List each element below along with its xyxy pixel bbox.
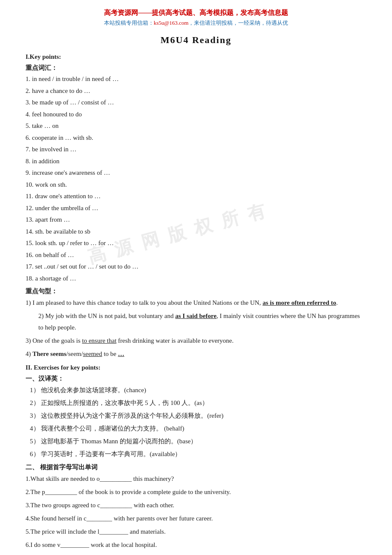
section2-title: II. Exercises for key points: — [26, 364, 366, 371]
pattern-4-num: 4) — [26, 350, 32, 357]
section1-title: I.Key points: — [26, 53, 366, 61]
pattern-3-highlight: to ensure that — [82, 337, 116, 344]
fill-list: 1.What skills are needed to o__________ … — [26, 473, 366, 551]
vocab-list: 1. in need / in trouble / in need of …2.… — [26, 74, 366, 284]
page-title: M6U4 Reading — [26, 35, 366, 46]
vocab-item: 14. sth. be available to sb — [26, 226, 366, 237]
vocab-item: 3. be made up of … / consist of … — [26, 97, 366, 108]
fill-item: 5.The price will include the l_________ … — [26, 526, 366, 538]
vocab-item: 13. apart from … — [26, 214, 366, 225]
pattern-4-dots: … — [118, 350, 124, 357]
pattern-1-before: I am pleased to have this chance today t… — [32, 299, 262, 306]
header-main: 高考资源网——提供高考试题、高考模拟题，发布高考信息题 — [26, 9, 366, 17]
pattern-2-before: My job with the UN is not paid, but volu… — [45, 312, 175, 319]
chinese-item: 4） 我谨代表整个公司，感谢诸位的大力支持。 (behalf) — [30, 423, 366, 434]
pattern-1-after: . — [336, 299, 338, 306]
vocab-item: 4. feel honoured to do — [26, 109, 366, 120]
fill-section-title: 二、 根据首字母写出单词 — [26, 463, 366, 471]
vocab-item: 2. have a chance to do … — [26, 86, 366, 97]
fill-item: 2.The p__________ of the book is to prov… — [26, 486, 366, 498]
vocab-item: 16. on behalf of … — [26, 250, 366, 261]
fill-item: 4.She found herself in c________ with he… — [26, 513, 366, 524]
pattern-4-seemed: seemed — [83, 350, 102, 357]
pattern-4-there-seems: There seems — [32, 350, 66, 357]
pattern-4-slash: /seem/ — [66, 350, 83, 357]
fill-item: 1.What skills are needed to o__________ … — [26, 473, 366, 485]
pattern-2-highlight: as I said before — [175, 312, 216, 319]
pattern-4-after: to be — [102, 350, 118, 357]
pattern-1-highlight: as is more often referred to — [262, 299, 336, 306]
vocab-item: 7. be involved in … — [26, 144, 366, 155]
chinese-item: 6） 学习英语时，手边要有一本字典可用。(available） — [30, 448, 366, 460]
pattern-1-num: 1) — [26, 299, 32, 306]
chinese-list: 1） 他没机会来参加这场篮球赛。(chance)2） 正如报纸上所报道的，这次事… — [30, 384, 366, 460]
vocab-item: 6. cooperate in … with sb. — [26, 133, 366, 144]
pattern-list: 1) I am pleased to have this chance toda… — [26, 297, 366, 360]
vocab-item: 9. increase one's awareness of … — [26, 168, 366, 179]
chinese-item: 5） 这部电影基于 Thomas Mann 的短篇小说而拍的。(base） — [30, 436, 366, 447]
pattern-2-num: 2) — [38, 312, 45, 319]
vocab-item: 15. look sth. up / refer to … for … — [26, 238, 366, 249]
fill-item: 3.The two groups agreed to c__________ w… — [26, 500, 366, 511]
pattern-2: 2) My job with the UN is not paid, but v… — [26, 310, 366, 333]
header-sub-prefix: 本站投稿专用信箱： — [104, 20, 154, 26]
pattern-3-before: One of the goals is — [32, 337, 82, 344]
vocab-item: 18. a shortage of … — [26, 273, 366, 284]
pattern-title: 重点句型： — [26, 287, 366, 295]
vocab-item: 10. work on sth. — [26, 179, 366, 191]
header-sub: 本站投稿专用信箱：ks5u@163.com，来信请注明投稿，一经采纳，待遇从优 — [26, 19, 366, 27]
header-email: ks5u@163.com — [154, 20, 189, 26]
chinese-item: 2） 正如报纸上所报道的，这次事故中死 5 人，伤 100 人。(as） — [30, 397, 366, 409]
pattern-3: 3) One of the goals is to ensure that fr… — [26, 335, 366, 347]
chinese-item: 1） 他没机会来参加这场篮球赛。(chance) — [30, 384, 366, 396]
vocab-item: 8. in addition — [26, 156, 366, 167]
pattern-3-num: 3) — [26, 337, 32, 344]
fill-item: 6.I do some v_________ work at the local… — [26, 539, 366, 551]
vocab-item: 1. in need / in trouble / in need of … — [26, 74, 366, 85]
pattern-4: 4) There seems/seem/seemed to be … — [26, 348, 366, 360]
chinese-title: 一、汉译英： — [26, 375, 366, 383]
vocab-item: 17. set ..out / set out for … / set out … — [26, 261, 366, 272]
vocab-item: 11. draw one's attention to … — [26, 191, 366, 202]
header-sub-suffix: ，来信请注明投稿，一经采纳，待遇从优 — [188, 20, 288, 26]
chinese-item: 3） 这位教授坚持认为这个案子所涉及的这个年轻人必须释放。(refer) — [30, 410, 366, 422]
pattern-3-after: fresh drinking water is available to eve… — [116, 337, 233, 344]
vocab-title: 重点词汇： — [26, 64, 366, 72]
pattern-1: 1) I am pleased to have this chance toda… — [26, 297, 366, 309]
vocab-item: 5. take … on — [26, 121, 366, 132]
vocab-item: 12. under the umbrella of … — [26, 203, 366, 214]
